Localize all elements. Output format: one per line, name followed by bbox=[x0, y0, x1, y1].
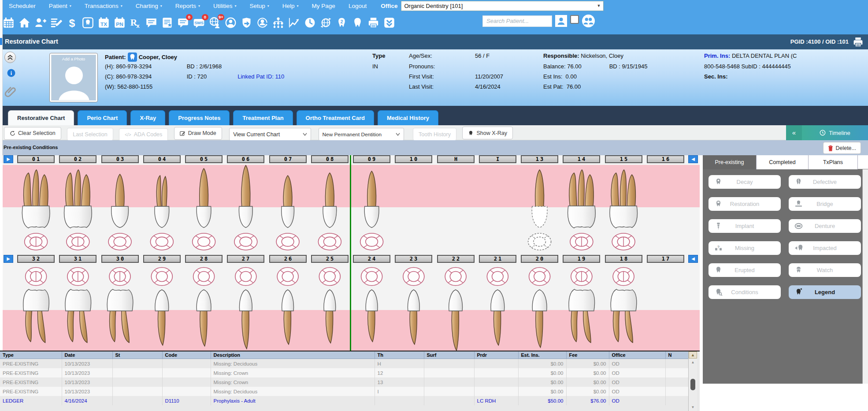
tooth-number-button-31[interactable]: 31 bbox=[59, 255, 96, 263]
tab-x-ray[interactable]: X-Ray bbox=[130, 110, 165, 125]
tooth-occlusal-32[interactable] bbox=[26, 268, 47, 286]
timeline-button[interactable]: Timeline bbox=[802, 125, 868, 140]
tooth-number-button-14[interactable]: 14 bbox=[563, 155, 600, 163]
tooth-number-button-09[interactable]: 09 bbox=[353, 155, 390, 163]
tooth-occlusal-07[interactable] bbox=[276, 233, 299, 250]
info-button[interactable]: i bbox=[7, 69, 15, 78]
collapse-panel-button[interactable] bbox=[4, 52, 16, 63]
tooth-box-icon[interactable] bbox=[82, 17, 94, 29]
tooth-occlusal-27[interactable] bbox=[235, 268, 256, 286]
message-icon[interactable]: 0 bbox=[177, 17, 189, 29]
last-selection-button[interactable]: Last Selection bbox=[67, 128, 113, 141]
search-checkbox[interactable] bbox=[570, 15, 579, 24]
tab-progress-notes[interactable]: Progress Notes bbox=[169, 110, 230, 125]
tooth-number-button-24[interactable]: 24 bbox=[353, 255, 390, 263]
tooth-occlusal-06[interactable] bbox=[234, 233, 257, 250]
grid-row[interactable]: PRE-EXISTING10/13/2023Missing: Deciduous… bbox=[0, 359, 688, 369]
delete-button[interactable]: Delete... bbox=[823, 142, 861, 154]
tooth-number-button-22[interactable]: 22 bbox=[437, 255, 475, 263]
calendar-tx-icon[interactable]: TX bbox=[98, 17, 110, 29]
tooth-occlusal-15[interactable] bbox=[612, 233, 635, 250]
tooth-14[interactable] bbox=[568, 170, 596, 228]
tooth-number-button-13[interactable]: 13 bbox=[521, 155, 558, 163]
grid-col-date[interactable]: Date bbox=[62, 351, 112, 359]
tooth-number-button-20[interactable]: 20 bbox=[521, 255, 558, 263]
tooth-number-button-15[interactable]: 15 bbox=[605, 155, 642, 163]
tooth-number-button-16[interactable]: 16 bbox=[647, 155, 684, 163]
grid-col-prdr[interactable]: Prdr bbox=[474, 351, 518, 359]
tooth-number-button-07[interactable]: 07 bbox=[269, 155, 307, 163]
menu-help[interactable]: Help▾ bbox=[282, 3, 299, 9]
tab-ortho-treatment-card[interactable]: Ortho Treatment Card bbox=[297, 110, 374, 125]
arch-select-right-button[interactable]: ◀ bbox=[688, 155, 698, 163]
tooth-number-button-19[interactable]: 19 bbox=[563, 255, 600, 263]
tooth-15[interactable] bbox=[610, 170, 638, 228]
tooth-number-button-I[interactable]: I bbox=[479, 155, 516, 163]
grid-scrollbar[interactable]: ▲ ▲ ▼ bbox=[688, 351, 697, 411]
chat-bubble-icon[interactable] bbox=[145, 17, 157, 29]
grid-row[interactable]: PRE-EXISTING10/13/2023Missing: Deciduous… bbox=[0, 387, 688, 396]
tooth-number-button-10[interactable]: 10 bbox=[395, 155, 432, 163]
tooth-occlusal-19[interactable] bbox=[571, 268, 592, 286]
tooth-number-button-32[interactable]: 32 bbox=[17, 255, 55, 263]
tooth-number-button-05[interactable]: 05 bbox=[185, 155, 223, 163]
tooth-2-icon[interactable]: 2 bbox=[336, 17, 348, 29]
tooth-occlusal-05[interactable] bbox=[193, 233, 215, 250]
tooth-occlusal-20[interactable] bbox=[529, 268, 550, 286]
tab-restorative-chart[interactable]: Restorative Chart bbox=[8, 110, 74, 125]
tab-perio-chart[interactable]: Perio Chart bbox=[78, 110, 127, 125]
patient-tooth-icon[interactable] bbox=[128, 52, 137, 62]
grid-col-office[interactable]: Office bbox=[609, 351, 665, 359]
grid-col-st[interactable]: St bbox=[112, 351, 162, 359]
calendar-pn-icon[interactable]: PN bbox=[114, 17, 126, 29]
menu-scheduler[interactable]: Scheduler bbox=[9, 3, 36, 9]
grid-col-estins[interactable]: Est. Ins. bbox=[518, 351, 566, 359]
tooth-occlusal-26[interactable] bbox=[277, 268, 298, 286]
menu-setup[interactable]: Setup▾ bbox=[250, 3, 269, 9]
tooth-number-button-25[interactable]: 25 bbox=[311, 255, 349, 263]
search-input[interactable] bbox=[482, 15, 552, 27]
menu-charting[interactable]: Charting▾ bbox=[136, 3, 162, 9]
grid-col-n[interactable]: N bbox=[665, 351, 688, 359]
attachment-button[interactable] bbox=[4, 86, 17, 102]
menu-utilities[interactable]: Utilities▾ bbox=[213, 3, 237, 9]
side-button-erupted[interactable]: Erupted bbox=[708, 263, 781, 277]
menu-my-page[interactable]: My Page bbox=[312, 3, 335, 9]
tooth-number-button-27[interactable]: 27 bbox=[227, 255, 264, 263]
menu-transactions[interactable]: Transactions▾ bbox=[85, 3, 122, 9]
tooth-occlusal-28[interactable] bbox=[193, 268, 215, 286]
tooth-02[interactable] bbox=[64, 170, 92, 228]
tooth-occlusal-29[interactable] bbox=[151, 268, 172, 286]
printer-icon[interactable] bbox=[367, 17, 379, 29]
tooth-occlusal-23[interactable] bbox=[403, 268, 424, 286]
side-button-missing[interactable]: ?Missing bbox=[708, 241, 781, 255]
side-button-impacted[interactable]: Impacted bbox=[789, 241, 861, 255]
tooth-occlusal-08[interactable] bbox=[318, 233, 341, 250]
grid-row[interactable]: LEDGER4/16/2024D1110Prophylaxis - AdultL… bbox=[0, 396, 688, 405]
draw-mode-button[interactable]: Draw Mode bbox=[174, 127, 222, 140]
side-button-bridge[interactable]: Bridge bbox=[789, 197, 861, 211]
tab-medical-history[interactable]: Medical History bbox=[378, 110, 438, 125]
tooth-occlusal-04[interactable] bbox=[150, 233, 173, 250]
side-button-defective[interactable]: Defective bbox=[789, 175, 861, 189]
tooth-number-button-23[interactable]: 23 bbox=[395, 255, 432, 263]
print-icon[interactable] bbox=[853, 37, 864, 49]
menu-reports[interactable]: Reports▾ bbox=[175, 3, 200, 9]
tooth-occlusal-01[interactable] bbox=[25, 233, 48, 250]
menu-patient[interactable]: Patient▾ bbox=[49, 3, 71, 9]
calendar-icon[interactable] bbox=[3, 17, 15, 29]
grid-row[interactable]: PRE-EXISTING10/13/2023Missing: Crown12$0… bbox=[0, 368, 688, 377]
tooth-number-button-30[interactable]: 30 bbox=[101, 255, 139, 263]
dentition-select[interactable]: New Permanent Dentition bbox=[319, 128, 404, 141]
rx-icon[interactable]: Rx bbox=[130, 17, 141, 29]
left-collapse-strip[interactable] bbox=[0, 0, 3, 163]
tooth-number-button-04[interactable]: 04 bbox=[143, 155, 181, 163]
side-button-conditions[interactable]: Conditions bbox=[708, 285, 781, 299]
tooth-number-button-18[interactable]: 18 bbox=[605, 255, 642, 263]
side-button-watch[interactable]: Watch bbox=[789, 263, 861, 277]
tooth-occlusal-14[interactable] bbox=[570, 233, 593, 250]
scroll-down-icon[interactable]: ▼ bbox=[689, 405, 697, 409]
tooth-number-button-21[interactable]: 21 bbox=[479, 255, 516, 263]
dollar-icon[interactable]: $ bbox=[66, 17, 78, 29]
tooth-number-button-06[interactable]: 06 bbox=[227, 155, 264, 163]
